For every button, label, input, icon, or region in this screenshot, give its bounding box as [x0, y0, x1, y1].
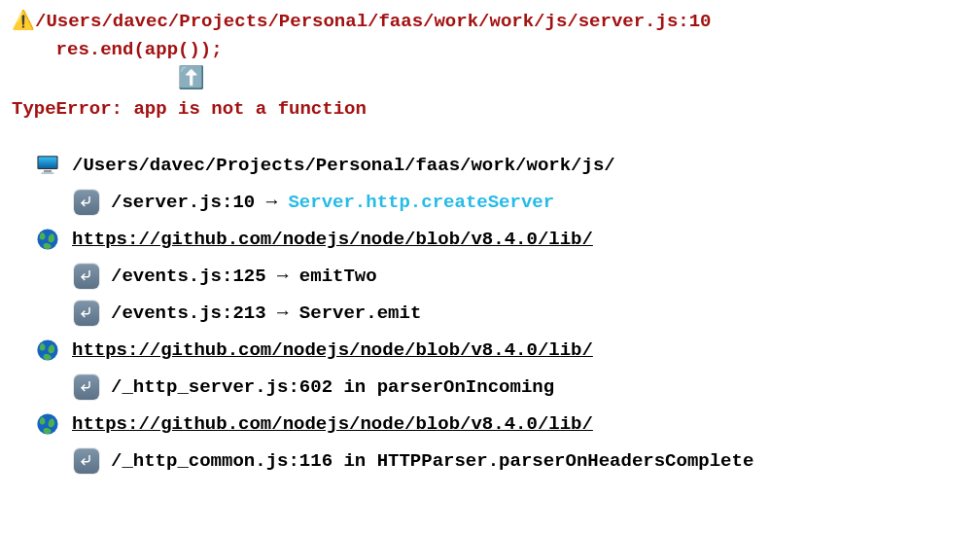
- stack-frame: /_http_server.js:602 in parserOnIncoming: [35, 369, 968, 406]
- svg-rect-2: [39, 157, 57, 167]
- stack-frame: /_http_common.js:116 in HTTPParser.parse…: [35, 443, 968, 480]
- stack-group-url[interactable]: https://github.com/nodejs/node/blob/v8.4…: [72, 332, 593, 369]
- globe-icon: [35, 227, 60, 252]
- stack-frame: /events.js:125 → emitTwo: [35, 258, 968, 295]
- monitor-icon: [35, 153, 60, 178]
- pointer-indent: [12, 69, 178, 90]
- error-location: /Users/davec/Projects/Personal/faas/work…: [35, 11, 712, 32]
- stack-group: /Users/davec/Projects/Personal/faas/work…: [35, 147, 968, 221]
- frame-symbol[interactable]: Server.http.createServer: [288, 192, 554, 213]
- error-code: res.end(app());: [56, 39, 223, 60]
- frame-sep: in: [332, 450, 377, 472]
- stack-frame-text: /_http_common.js:116 in HTTPParser.parse…: [111, 443, 753, 480]
- stack-frame: /server.js:10 → Server.http.createServer: [35, 184, 968, 221]
- code-indent: [12, 39, 56, 60]
- frame-symbol: HTTPParser.parserOnHeadersComplete: [377, 450, 754, 472]
- frame-file: /events.js:213: [111, 302, 266, 324]
- warning-icon: ⚠️: [12, 8, 35, 36]
- globe-icon: [35, 411, 60, 437]
- return-icon: [74, 301, 99, 326]
- stack-group-head: https://github.com/nodejs/node/blob/v8.4…: [35, 332, 968, 369]
- error-output: ⚠️/Users/davec/Projects/Personal/faas/wo…: [0, 0, 980, 480]
- return-icon: [74, 374, 99, 400]
- stack-group-url[interactable]: https://github.com/nodejs/node/blob/v8.4…: [72, 221, 593, 258]
- error-code-line: res.end(app());: [12, 36, 968, 64]
- stack-frame-text: /events.js:125 → emitTwo: [111, 258, 377, 295]
- frame-file: /_http_server.js:602: [111, 376, 332, 398]
- stack-frame-text: /events.js:213 → Server.emit: [111, 295, 421, 332]
- error-pointer-line: ⬆️: [12, 63, 968, 95]
- stack-trace: /Users/davec/Projects/Personal/faas/work…: [12, 147, 968, 480]
- frame-symbol: emitTwo: [299, 266, 377, 287]
- stack-group-url[interactable]: https://github.com/nodejs/node/blob/v8.4…: [72, 406, 593, 443]
- stack-group-path: /Users/davec/Projects/Personal/faas/work…: [72, 147, 615, 184]
- return-icon: [74, 190, 99, 215]
- error-message: TypeError: app is not a function: [12, 95, 968, 124]
- frame-sep: in: [332, 376, 377, 398]
- stack-frame: /events.js:213 → Server.emit: [35, 295, 968, 332]
- return-icon: [74, 264, 99, 289]
- svg-rect-4: [42, 172, 54, 174]
- frame-sep: →: [266, 302, 299, 324]
- globe-icon: [35, 338, 60, 363]
- stack-group-head: https://github.com/nodejs/node/blob/v8.4…: [35, 406, 968, 443]
- stack-group: https://github.com/nodejs/node/blob/v8.4…: [35, 332, 968, 406]
- error-location-line: ⚠️/Users/davec/Projects/Personal/faas/wo…: [12, 8, 968, 36]
- frame-sep: →: [266, 266, 299, 287]
- frame-sep: →: [255, 192, 288, 213]
- stack-frame-text: /server.js:10 → Server.http.createServer: [111, 184, 554, 221]
- stack-group-head: https://github.com/nodejs/node/blob/v8.4…: [35, 221, 968, 258]
- stack-group: https://github.com/nodejs/node/blob/v8.4…: [35, 406, 968, 480]
- frame-file: /server.js:10: [111, 192, 255, 213]
- arrow-up-icon: ⬆️: [178, 63, 204, 95]
- stack-group: https://github.com/nodejs/node/blob/v8.4…: [35, 221, 968, 332]
- return-icon: [74, 448, 99, 474]
- stack-frame-text: /_http_server.js:602 in parserOnIncoming: [111, 369, 554, 406]
- frame-symbol: Server.emit: [299, 302, 421, 324]
- frame-file: /_http_common.js:116: [111, 450, 332, 472]
- frame-file: /events.js:125: [111, 266, 266, 287]
- frame-symbol: parserOnIncoming: [377, 376, 554, 398]
- svg-rect-3: [44, 169, 52, 171]
- stack-group-head: /Users/davec/Projects/Personal/faas/work…: [35, 147, 968, 184]
